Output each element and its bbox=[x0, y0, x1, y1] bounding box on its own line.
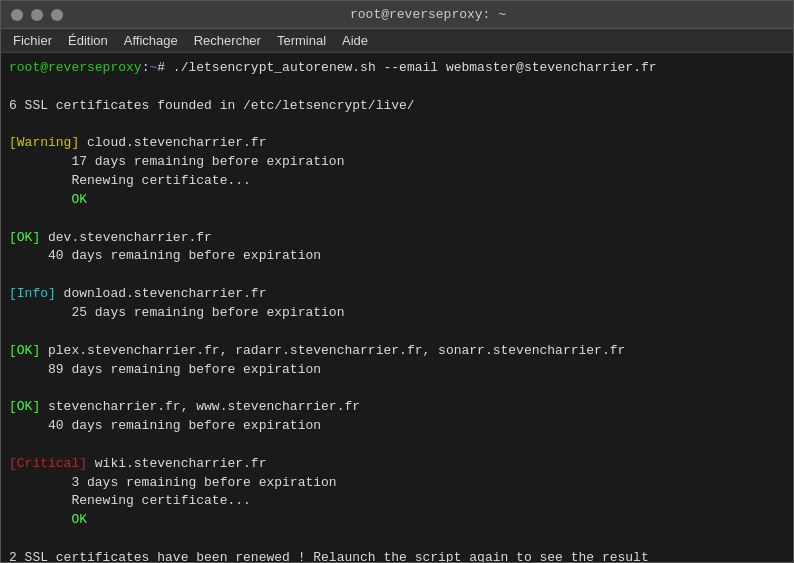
output-blank-6 bbox=[9, 379, 785, 398]
output-warning-renewing: Renewing certificate... bbox=[9, 172, 785, 191]
output-blank-4 bbox=[9, 266, 785, 285]
output-ok-plex: [OK] plex.stevencharrier.fr, radarr.stev… bbox=[9, 342, 785, 361]
output-ok-dev-days: 40 days remaining before expiration bbox=[9, 247, 785, 266]
title-bar: × + − root@reverseproxy: ~ bbox=[1, 1, 793, 29]
output-warning-ok: OK bbox=[9, 191, 785, 210]
output-ok-steven: [OK] stevencharrier.fr, www.stevencharri… bbox=[9, 398, 785, 417]
output-warning-days: 17 days remaining before expiration bbox=[9, 153, 785, 172]
maximize-button[interactable]: − bbox=[51, 9, 63, 21]
close-button[interactable]: × bbox=[11, 9, 23, 21]
output-critical-renewing: Renewing certificate... bbox=[9, 492, 785, 511]
output-blank-2 bbox=[9, 116, 785, 135]
output-ssl-count: 6 SSL certificates founded in /etc/letse… bbox=[9, 97, 785, 116]
terminal-window: × + − root@reverseproxy: ~ Fichier Éditi… bbox=[0, 0, 794, 563]
menu-rechercher[interactable]: Rechercher bbox=[186, 31, 269, 50]
output-blank-7 bbox=[9, 436, 785, 455]
output-critical-ok: OK bbox=[9, 511, 785, 530]
minimize-button[interactable]: + bbox=[31, 9, 43, 21]
menu-bar: Fichier Édition Affichage Rechercher Ter… bbox=[1, 29, 793, 53]
output-blank-5 bbox=[9, 323, 785, 342]
output-info-header: [Info] download.stevencharrier.fr bbox=[9, 285, 785, 304]
output-info-days: 25 days remaining before expiration bbox=[9, 304, 785, 323]
output-blank-1 bbox=[9, 78, 785, 97]
menu-edition[interactable]: Édition bbox=[60, 31, 116, 50]
menu-aide[interactable]: Aide bbox=[334, 31, 376, 50]
window-title: root@reverseproxy: ~ bbox=[73, 7, 783, 22]
menu-fichier[interactable]: Fichier bbox=[5, 31, 60, 50]
menu-terminal[interactable]: Terminal bbox=[269, 31, 334, 50]
output-final-message: 2 SSL certificates have been renewed ! R… bbox=[9, 549, 785, 562]
output-ok-plex-days: 89 days remaining before expiration bbox=[9, 361, 785, 380]
output-warning-header: [Warning] cloud.stevencharrier.fr bbox=[9, 134, 785, 153]
command-line: root@reverseproxy:~# ./letsencrypt_autor… bbox=[9, 59, 785, 78]
output-critical-header: [Critical] wiki.stevencharrier.fr bbox=[9, 455, 785, 474]
terminal-body[interactable]: root@reverseproxy:~# ./letsencrypt_autor… bbox=[1, 53, 793, 562]
output-blank-8 bbox=[9, 530, 785, 549]
output-ok-steven-days: 40 days remaining before expiration bbox=[9, 417, 785, 436]
output-ok-dev: [OK] dev.stevencharrier.fr bbox=[9, 229, 785, 248]
window-controls: × + − bbox=[11, 9, 63, 21]
output-critical-days: 3 days remaining before expiration bbox=[9, 474, 785, 493]
output-blank-3 bbox=[9, 210, 785, 229]
menu-affichage[interactable]: Affichage bbox=[116, 31, 186, 50]
